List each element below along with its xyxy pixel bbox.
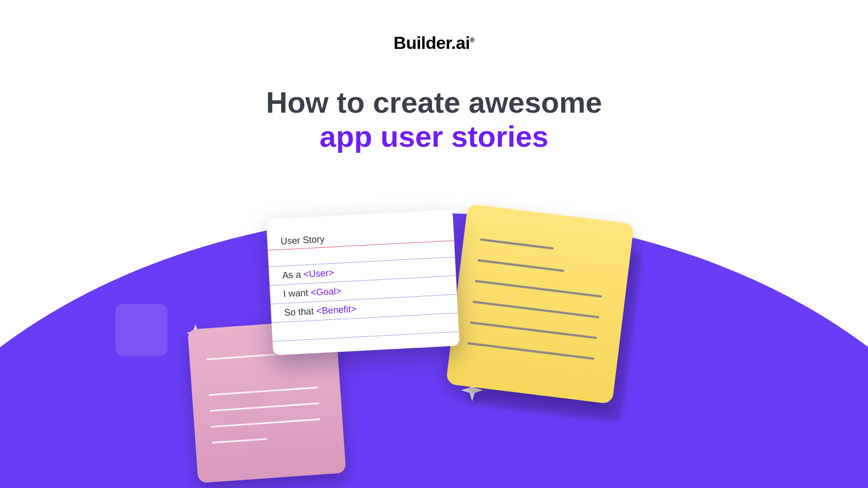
- placeholder-line: [211, 438, 267, 443]
- headline-line-1: How to create awesome: [266, 85, 602, 119]
- placeholder-line: [472, 301, 600, 318]
- row-tag-user: <User>: [303, 268, 334, 280]
- row-prefix: As a: [282, 269, 304, 281]
- placeholder-line: [208, 386, 317, 396]
- index-card-title: User Story: [280, 234, 324, 247]
- brand-name: Builder.ai: [394, 33, 470, 53]
- sticky-note-yellow: [446, 204, 634, 404]
- placeholder-line: [206, 354, 275, 361]
- placeholder-line: [474, 280, 602, 297]
- row-tag-benefit: <Benefit>: [316, 304, 356, 317]
- background-accent-square: [115, 304, 167, 356]
- row-prefix: I want: [283, 287, 311, 300]
- index-card-rulelines: [266, 209, 460, 355]
- row-prefix: So that: [284, 306, 317, 318]
- brand-logo: Builder.ai®: [394, 33, 474, 53]
- placeholder-line: [477, 259, 564, 272]
- headline-line-2: app user stories: [266, 119, 602, 153]
- placeholder-line: [467, 342, 595, 359]
- registered-mark: ®: [470, 36, 474, 44]
- placeholder-line: [209, 402, 318, 412]
- illustration-cards: User Story As a <User> I want <Goal> So …: [187, 203, 681, 488]
- page-headline: How to create awesome app user stories: [266, 85, 602, 153]
- user-story-index-card: User Story As a <User> I want <Goal> So …: [266, 209, 460, 355]
- row-tag-goal: <Goal>: [310, 286, 341, 298]
- placeholder-line: [480, 239, 553, 249]
- placeholder-line: [210, 418, 320, 428]
- placeholder-line: [469, 321, 597, 339]
